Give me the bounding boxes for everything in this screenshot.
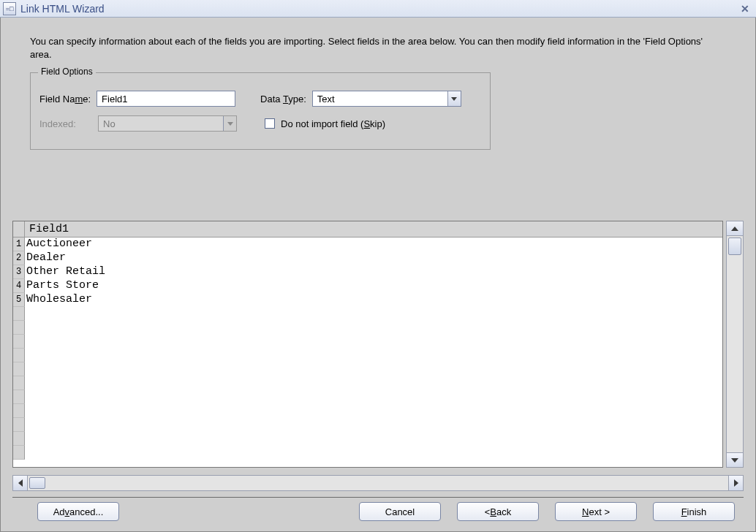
table-row[interactable] — [13, 390, 722, 404]
finish-button[interactable]: Finish — [653, 502, 735, 521]
data-preview-grid: Field1 1Auctioneer2Dealer3Other Retail4P… — [12, 221, 744, 468]
field-options-group: Field Options Field Name: Data Type: Tex… — [30, 72, 491, 150]
app-icon: =□ — [3, 2, 16, 15]
field-name-label: Field Name: — [39, 94, 91, 104]
wizard-footer: Advanced... Cancel < Back Next > Finish — [1, 502, 755, 521]
table-row[interactable] — [13, 446, 722, 460]
advanced-button[interactable]: Advanced... — [37, 502, 119, 521]
data-type-combo[interactable]: Text — [312, 91, 461, 107]
close-icon[interactable]: ✕ — [737, 2, 753, 15]
scroll-thumb[interactable] — [728, 238, 741, 255]
dialog-body: You can specify information about each o… — [0, 18, 756, 532]
indexed-value: No — [99, 118, 223, 129]
table-row[interactable]: 2Dealer — [13, 251, 722, 265]
data-type-value: Text — [313, 94, 447, 104]
cell — [25, 418, 722, 432]
cell — [25, 446, 722, 460]
cell: Parts Store — [25, 279, 722, 293]
row-number — [13, 404, 25, 418]
row-number: 4 — [13, 279, 25, 293]
cell: Wholesaler — [25, 293, 722, 307]
table-row[interactable] — [13, 376, 722, 390]
cell — [25, 335, 722, 349]
back-button[interactable]: < Back — [457, 502, 539, 521]
scroll-thumb[interactable] — [29, 477, 45, 489]
cell — [25, 362, 722, 376]
cell: Auctioneer — [25, 238, 722, 251]
row-number: 1 — [13, 238, 25, 251]
field-options-legend: Field Options — [38, 66, 96, 77]
table-row[interactable] — [13, 404, 722, 418]
row-number — [13, 390, 25, 404]
row-number — [13, 432, 25, 446]
row-number: 5 — [13, 293, 25, 307]
table-row[interactable] — [13, 307, 722, 321]
table-row[interactable] — [13, 418, 722, 432]
cancel-button[interactable]: Cancel — [359, 502, 441, 521]
title-bar: =□ Link HTML Wizard ✕ — [0, 0, 756, 18]
intro-text: You can specify information about each o… — [30, 35, 726, 61]
next-button[interactable]: Next > — [555, 502, 637, 521]
cell — [25, 307, 722, 321]
table-row[interactable]: 3Other Retail — [13, 265, 722, 279]
table-row[interactable]: 4Parts Store — [13, 279, 722, 293]
cell — [25, 390, 722, 404]
table-row[interactable] — [13, 335, 722, 349]
row-header-corner — [13, 221, 25, 237]
data-type-label: Data Type: — [260, 94, 306, 104]
window-title: Link HTML Wizard — [20, 3, 737, 15]
column-header[interactable]: Field1 — [25, 221, 722, 237]
chevron-down-icon — [223, 116, 236, 131]
horizontal-scrollbar[interactable] — [12, 475, 744, 491]
vertical-scrollbar[interactable] — [726, 221, 744, 468]
row-number — [13, 418, 25, 432]
cell — [25, 432, 722, 446]
skip-checkbox[interactable] — [265, 118, 275, 129]
cell — [25, 404, 722, 418]
table-row[interactable]: 1Auctioneer — [13, 238, 722, 251]
table-row[interactable] — [13, 349, 722, 362]
separator — [12, 497, 744, 498]
cell: Other Retail — [25, 265, 722, 279]
scroll-right-icon[interactable] — [728, 476, 743, 490]
row-number: 3 — [13, 265, 25, 279]
table-row[interactable] — [13, 362, 722, 376]
table-row[interactable]: 5Wholesaler — [13, 293, 722, 307]
row-number: 2 — [13, 251, 25, 265]
scroll-down-icon[interactable] — [727, 452, 743, 467]
table-row[interactable] — [13, 321, 722, 335]
indexed-combo: No — [98, 115, 237, 132]
row-number — [13, 446, 25, 460]
scroll-left-icon[interactable] — [13, 476, 28, 490]
cell: Dealer — [25, 251, 722, 265]
row-number — [13, 321, 25, 335]
row-number — [13, 349, 25, 362]
chevron-down-icon[interactable] — [447, 91, 461, 106]
row-number — [13, 376, 25, 390]
row-number — [13, 335, 25, 349]
table-row[interactable] — [13, 432, 722, 446]
cell — [25, 321, 722, 335]
indexed-label: Indexed: — [39, 118, 92, 129]
skip-label: Do not import field (Skip) — [281, 118, 385, 129]
field-name-input[interactable] — [97, 91, 235, 107]
cell — [25, 376, 722, 390]
cell — [25, 349, 722, 362]
row-number — [13, 307, 25, 321]
scroll-up-icon[interactable] — [727, 221, 743, 236]
row-number — [13, 362, 25, 376]
